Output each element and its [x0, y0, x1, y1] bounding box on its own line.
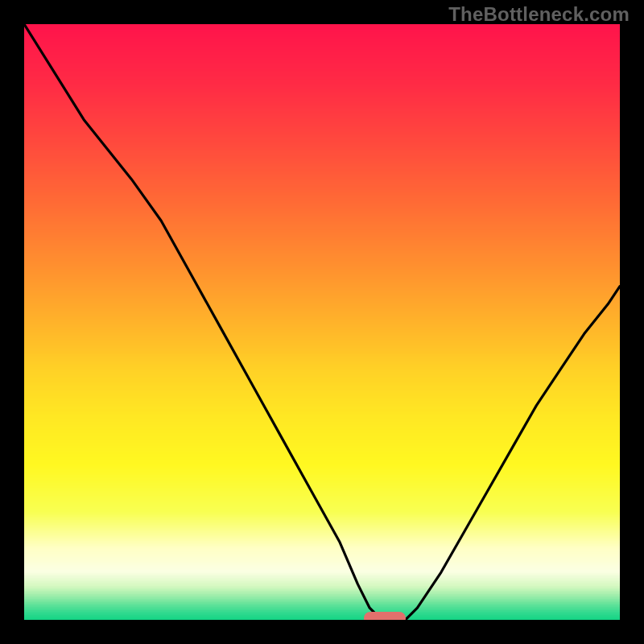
plot-area [24, 24, 620, 620]
bottleneck-curve [24, 24, 620, 620]
watermark-text: TheBottleneck.com [448, 3, 630, 26]
chart-frame: TheBottleneck.com [0, 0, 644, 644]
optimal-marker [364, 612, 406, 620]
